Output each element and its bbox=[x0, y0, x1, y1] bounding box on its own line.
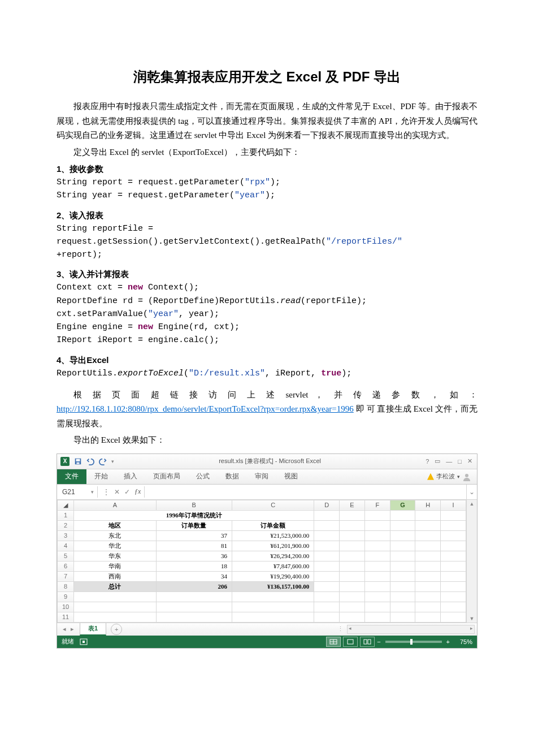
total-amount-cell[interactable]: ¥136,157,100.00 bbox=[232, 581, 314, 591]
formula-input[interactable] bbox=[145, 485, 466, 499]
svg-rect-5 bbox=[83, 641, 85, 643]
scroll-up-icon[interactable]: ▲ bbox=[467, 500, 477, 508]
row-head[interactable]: 7 bbox=[58, 571, 74, 581]
view-page-layout-icon[interactable] bbox=[343, 637, 358, 647]
sheet-grip-icon[interactable]: ⋮ bbox=[334, 625, 347, 633]
row-head[interactable]: 1 bbox=[58, 510, 74, 520]
report-title-cell[interactable]: 1996年订单情况统计 bbox=[74, 510, 314, 520]
select-all-corner[interactable]: ◢ bbox=[58, 500, 74, 510]
row-head[interactable]: 10 bbox=[58, 602, 74, 612]
svg-rect-1 bbox=[76, 459, 80, 461]
row-head[interactable]: 5 bbox=[58, 551, 74, 561]
row-head[interactable]: 2 bbox=[58, 520, 74, 530]
table-cell[interactable]: 东北 bbox=[74, 530, 156, 541]
formula-grip-icon[interactable]: ⋮ bbox=[103, 488, 110, 496]
namebox-dropdown-icon[interactable]: ▾ bbox=[91, 489, 94, 495]
section-4-title: 4、导出Excel bbox=[57, 355, 477, 366]
col-head-d[interactable]: D bbox=[314, 500, 340, 510]
table-cell[interactable]: ¥7,847,600.00 bbox=[232, 561, 314, 571]
ribbon-tab-formulas[interactable]: 公式 bbox=[188, 469, 218, 484]
scroll-down-icon[interactable]: ▼ bbox=[467, 615, 477, 623]
header-count[interactable]: 订单数量 bbox=[156, 520, 232, 530]
total-label-cell[interactable]: 总计 bbox=[74, 581, 156, 591]
ribbon-tab-review[interactable]: 审阅 bbox=[247, 469, 276, 484]
redo-icon[interactable] bbox=[99, 457, 107, 465]
col-head-i[interactable]: I bbox=[441, 500, 466, 510]
code-block-2: String reportFile = request.getSession()… bbox=[57, 222, 477, 262]
col-head-c[interactable]: C bbox=[232, 500, 314, 510]
ribbon-tab-file[interactable]: 文件 bbox=[57, 469, 86, 484]
ribbon-tab-data[interactable]: 数据 bbox=[218, 469, 247, 484]
table-cell[interactable]: 华东 bbox=[74, 551, 156, 561]
ribbon-tab-view[interactable]: 视图 bbox=[276, 469, 306, 484]
page-title: 润乾集算报表应用开发之 Excel 及 PDF 导出 bbox=[57, 68, 477, 86]
help-icon[interactable]: ? bbox=[426, 458, 429, 465]
svg-rect-10 bbox=[364, 640, 367, 644]
total-count-cell[interactable]: 206 bbox=[156, 581, 232, 591]
name-box[interactable]: G21▾ bbox=[59, 486, 98, 498]
sheet-nav-prev-icon[interactable]: ◂ bbox=[63, 625, 66, 633]
expand-formula-icon[interactable]: ⌄ bbox=[466, 485, 477, 499]
accept-formula-icon[interactable]: ✓ bbox=[124, 488, 130, 496]
zoom-out-icon[interactable]: − bbox=[377, 638, 380, 645]
add-sheet-icon[interactable]: + bbox=[111, 624, 122, 635]
row-head[interactable]: 3 bbox=[58, 530, 74, 541]
close-icon[interactable]: ✕ bbox=[467, 457, 472, 465]
table-cell[interactable]: 36 bbox=[156, 551, 232, 561]
header-region[interactable]: 地区 bbox=[74, 520, 156, 530]
avatar-icon bbox=[462, 472, 471, 481]
zoom-slider[interactable] bbox=[385, 641, 442, 643]
excel-logo-icon: X bbox=[60, 457, 70, 466]
col-head-b[interactable]: B bbox=[156, 500, 232, 510]
row-head[interactable]: 8 bbox=[58, 581, 74, 591]
row-head[interactable]: 9 bbox=[58, 591, 74, 602]
table-cell[interactable]: 18 bbox=[156, 561, 232, 571]
row-head[interactable]: 6 bbox=[58, 561, 74, 571]
table-cell[interactable]: 西南 bbox=[74, 571, 156, 581]
account-area[interactable]: 李松波 ▾ bbox=[427, 469, 477, 484]
worksheet-grid[interactable]: ◢ A B C D E F G H I 1 1996年订单情况统计 bbox=[57, 500, 477, 623]
cancel-formula-icon[interactable]: ✕ bbox=[114, 488, 120, 496]
account-dropdown-icon[interactable]: ▾ bbox=[457, 474, 460, 479]
code-block-4: ReportUtils.exportToExcel("D:/result.xls… bbox=[57, 367, 477, 380]
table-cell[interactable]: 81 bbox=[156, 541, 232, 551]
row-head[interactable]: 4 bbox=[58, 541, 74, 551]
zoom-in-icon[interactable]: + bbox=[446, 638, 450, 645]
minimize-icon[interactable]: — bbox=[446, 458, 452, 465]
col-head-a[interactable]: A bbox=[74, 500, 156, 510]
macro-icon[interactable] bbox=[80, 638, 88, 645]
table-cell[interactable]: ¥61,201,900.00 bbox=[232, 541, 314, 551]
zoom-percent[interactable]: 75% bbox=[452, 638, 472, 645]
horizontal-scrollbar[interactable]: ◂▸ bbox=[347, 625, 475, 634]
col-head-f[interactable]: F bbox=[364, 500, 390, 510]
col-head-e[interactable]: E bbox=[340, 500, 365, 510]
table-cell[interactable]: ¥21,523,000.00 bbox=[232, 530, 314, 541]
ribbon-tab-layout[interactable]: 页面布局 bbox=[145, 469, 188, 484]
view-normal-icon[interactable] bbox=[326, 637, 341, 647]
header-amount[interactable]: 订单金额 bbox=[232, 520, 314, 530]
save-icon[interactable] bbox=[74, 457, 82, 465]
table-cell[interactable]: ¥19,290,400.00 bbox=[232, 571, 314, 581]
vertical-scrollbar[interactable]: ▲ ▼ bbox=[466, 500, 477, 623]
sheet-tab-active[interactable]: 表1 bbox=[80, 623, 106, 636]
section-1-title: 1、接收参数 bbox=[57, 164, 477, 175]
row-head[interactable]: 11 bbox=[58, 612, 74, 622]
table-cell[interactable]: ¥26,294,200.00 bbox=[232, 551, 314, 561]
ribbon-toggle-icon[interactable]: ▭ bbox=[435, 457, 440, 465]
svg-rect-9 bbox=[348, 640, 353, 644]
table-cell[interactable]: 华南 bbox=[74, 561, 156, 571]
table-cell[interactable]: 华北 bbox=[74, 541, 156, 551]
table-cell[interactable]: 37 bbox=[156, 530, 232, 541]
ribbon-tab-insert[interactable]: 插入 bbox=[116, 469, 145, 484]
col-head-g[interactable]: G bbox=[390, 500, 415, 510]
status-text: 就绪 bbox=[62, 637, 74, 646]
maximize-icon[interactable]: □ bbox=[458, 458, 462, 465]
undo-icon[interactable] bbox=[86, 457, 94, 465]
col-head-h[interactable]: H bbox=[415, 500, 441, 510]
sheet-nav-next-icon[interactable]: ▸ bbox=[71, 625, 74, 633]
ribbon-tab-home[interactable]: 开始 bbox=[86, 469, 116, 484]
fx-icon[interactable]: ƒx bbox=[134, 487, 141, 496]
view-page-break-icon[interactable] bbox=[360, 637, 375, 647]
table-cell[interactable]: 34 bbox=[156, 571, 232, 581]
export-url-link[interactable]: http://192.168.1.102:8080/rpx_demo/servl… bbox=[57, 404, 354, 413]
